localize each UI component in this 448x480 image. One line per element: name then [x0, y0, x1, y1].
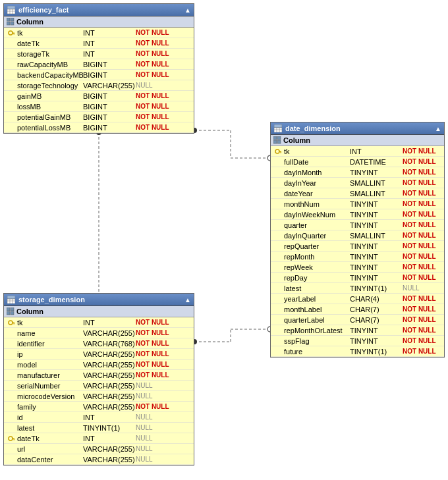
col-name: id	[17, 413, 83, 421]
table-row[interactable]: dateTk INT NOT NULL	[4, 38, 194, 49]
col-name: repMonth	[284, 253, 350, 261]
col-header-label: Column	[16, 307, 43, 315]
storage-dimension-rows: tk INT NOT NULL name VARCHAR(255) NOT NU…	[4, 317, 194, 465]
col-type: VARCHAR(255)	[83, 392, 136, 400]
col-type: VARCHAR(768)	[83, 340, 136, 348]
empty-icon	[7, 445, 15, 453]
table-row[interactable]: dateTk INT NULL	[4, 433, 194, 444]
row-icon	[273, 179, 283, 187]
col-nullable: NOT NULL	[403, 242, 436, 250]
table-row[interactable]: ip VARCHAR(255) NOT NULL	[4, 349, 194, 360]
table-row[interactable]: tk INT NOT NULL	[271, 146, 444, 157]
table-row[interactable]: model VARCHAR(255) NOT NULL	[4, 360, 194, 370]
row-icon	[7, 113, 16, 121]
empty-icon	[274, 200, 282, 208]
col-type: VARCHAR(255)	[83, 371, 136, 379]
table-row[interactable]: rawCapacityMB BIGINT NOT NULL	[4, 59, 194, 70]
date-dimension-title-bar[interactable]: date_dimension ▲	[271, 122, 444, 135]
table-row[interactable]: repDay TINYINT NOT NULL	[271, 273, 444, 283]
empty-icon	[7, 413, 15, 421]
table-row[interactable]: fullDate DATETIME NOT NULL	[271, 157, 444, 167]
table-row[interactable]: dayInYear SMALLINT NOT NULL	[271, 178, 444, 188]
table-row[interactable]: monthNum TINYINT NOT NULL	[271, 199, 444, 209]
table-row[interactable]: repQuarter TINYINT NOT NULL	[271, 241, 444, 252]
table-row[interactable]: storageTk INT NOT NULL	[4, 49, 194, 59]
table-row[interactable]: storageTechnology VARCHAR(255) NULL	[4, 80, 194, 91]
table-row[interactable]: manufacturer VARCHAR(255) NOT NULL	[4, 370, 194, 381]
table-row[interactable]: dataCenter VARCHAR(255) NULL	[4, 454, 194, 465]
col-type: BIGINT	[83, 124, 136, 132]
table-row[interactable]: lossMB BIGINT NOT NULL	[4, 101, 194, 112]
storage-dimension-title-bar[interactable]: storage_dimension ▲	[4, 294, 194, 306]
col-type: INT	[350, 147, 403, 155]
maximize-icon[interactable]: ▲	[184, 7, 191, 14]
col-name: dayInQuarter	[284, 232, 350, 240]
table-row[interactable]: id INT NULL	[4, 412, 194, 423]
table-row[interactable]: family VARCHAR(255) NOT NULL	[4, 402, 194, 412]
row-icon	[7, 435, 16, 442]
table-storage-dimension[interactable]: storage_dimension ▲ Column tk INT NOT NU…	[3, 293, 194, 466]
svg-rect-27	[274, 128, 282, 132]
date-dimension-col-header: Column	[271, 135, 444, 146]
table-row[interactable]: repMonthOrLatest TINYINT NOT NULL	[271, 325, 444, 336]
maximize-icon[interactable]: ▲	[435, 125, 441, 132]
table-date-dimension[interactable]: date_dimension ▲ Column tk INT NOT NULL …	[270, 122, 445, 358]
svg-rect-36	[279, 151, 281, 152]
col-nullable: NOT NULL	[403, 147, 436, 155]
col-name: family	[17, 403, 83, 411]
table-row[interactable]: quarterLabel CHAR(7) NOT NULL	[271, 315, 444, 325]
col-nullable: NOT NULL	[403, 327, 436, 334]
table-icon	[7, 295, 16, 304]
svg-rect-46	[11, 311, 14, 315]
table-row[interactable]: dateYear SMALLINT NOT NULL	[271, 188, 444, 199]
table-row[interactable]: latest TINYINT(1) NULL	[4, 423, 194, 433]
table-row[interactable]: dayInQuarter SMALLINT NOT NULL	[271, 230, 444, 241]
table-row[interactable]: potentialGainMB BIGINT NOT NULL	[4, 112, 194, 122]
table-row[interactable]: latest TINYINT(1) NULL	[271, 283, 444, 294]
row-icon	[7, 340, 16, 348]
col-type: VARCHAR(255)	[83, 445, 136, 453]
col-name: sspFlag	[284, 337, 350, 345]
table-row[interactable]: microcodeVersion VARCHAR(255) NULL	[4, 391, 194, 402]
table-row[interactable]: yearLabel CHAR(4) NOT NULL	[271, 294, 444, 304]
col-name: dateTk	[17, 40, 83, 47]
key-icon	[7, 435, 15, 442]
maximize-icon[interactable]: ▲	[184, 296, 191, 304]
empty-icon	[7, 92, 15, 100]
table-row[interactable]: url VARCHAR(255) NULL	[4, 444, 194, 454]
table-row[interactable]: sspFlag TINYINT NOT NULL	[271, 336, 444, 346]
col-nullable: NOT NULL	[136, 103, 169, 110]
table-row[interactable]: dayInWeekNum TINYINT NOT NULL	[271, 209, 444, 220]
table-efficiency-fact[interactable]: efficiency_fact ▲ Column tk INT NOT NULL…	[3, 3, 194, 134]
table-row[interactable]: quarter TINYINT NOT NULL	[271, 220, 444, 230]
col-nullable: NOT NULL	[403, 232, 436, 239]
table-row[interactable]: backendCapacityMB BIGINT NOT NULL	[4, 70, 194, 80]
table-row[interactable]: future TINYINT(1) NOT NULL	[271, 346, 444, 357]
col-type: TINYINT(1)	[83, 424, 136, 432]
efficiency-fact-title-bar[interactable]: efficiency_fact ▲	[4, 4, 194, 16]
table-row[interactable]: repMonth TINYINT NOT NULL	[271, 252, 444, 262]
col-type: VARCHAR(255)	[83, 403, 136, 411]
table-row[interactable]: dayInMonth TINYINT NOT NULL	[271, 167, 444, 178]
col-nullable: NOT NULL	[136, 350, 169, 358]
col-nullable: NOT NULL	[136, 403, 169, 410]
grid-icon	[7, 307, 14, 315]
table-row[interactable]: identifier VARCHAR(768) NOT NULL	[4, 338, 194, 349]
col-name: latest	[17, 424, 83, 432]
table-row[interactable]: repWeek TINYINT NOT NULL	[271, 262, 444, 273]
table-row[interactable]: gainMB BIGINT NOT NULL	[4, 91, 194, 101]
table-row[interactable]: monthLabel CHAR(7) NOT NULL	[271, 304, 444, 315]
row-icon	[7, 403, 16, 411]
table-row[interactable]: tk INT NOT NULL	[4, 28, 194, 38]
table-row[interactable]: name VARCHAR(255) NOT NULL	[4, 328, 194, 338]
table-row[interactable]: serialNumber VARCHAR(255) NULL	[4, 381, 194, 391]
col-header-label: Column	[283, 136, 310, 144]
table-row[interactable]: tk INT NOT NULL	[4, 317, 194, 328]
row-icon	[273, 169, 283, 176]
table-row[interactable]: potentialLossMB BIGINT NOT NULL	[4, 122, 194, 133]
col-nullable: NOT NULL	[136, 71, 169, 78]
col-nullable: NULL	[403, 284, 420, 292]
col-nullable: NOT NULL	[403, 169, 436, 176]
col-nullable: NOT NULL	[403, 263, 436, 271]
row-icon	[7, 424, 16, 432]
